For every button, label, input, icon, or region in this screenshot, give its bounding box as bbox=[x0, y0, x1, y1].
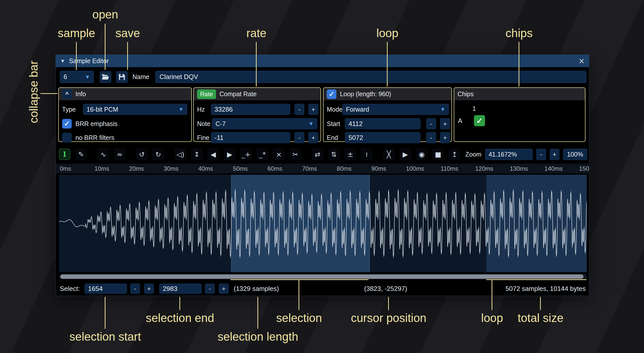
sample-name-input[interactable]: Clarinet DQV bbox=[155, 71, 586, 83]
selection-start-increment-button[interactable]: + bbox=[144, 284, 154, 294]
apply-silence-button[interactable]: _* bbox=[257, 149, 268, 160]
amplify-button[interactable]: ◁) bbox=[175, 149, 186, 160]
note-select[interactable]: C-7 ▼ bbox=[212, 118, 317, 129]
selection-start-decrement-button[interactable]: - bbox=[130, 284, 140, 294]
preview-button[interactable]: ▶ bbox=[400, 149, 411, 160]
delete-button[interactable]: × bbox=[273, 149, 284, 160]
resample-button[interactable]: ∿ bbox=[98, 149, 109, 160]
hz-input[interactable]: 33286 bbox=[211, 104, 290, 115]
crossfade-loop-button[interactable]: ╳ bbox=[383, 149, 394, 160]
ruler-tick: 50ms bbox=[233, 165, 248, 172]
annotation-loop-region: loop bbox=[481, 311, 503, 325]
sample-type-select[interactable]: 16-bit PCM ▼ bbox=[83, 104, 187, 115]
select-mode-button[interactable]: I bbox=[59, 149, 70, 160]
scrollbar-thumb[interactable] bbox=[60, 274, 583, 279]
fine-decrement-button[interactable]: - bbox=[294, 132, 304, 143]
brr-emphasis-checkbox[interactable]: ✓ bbox=[62, 119, 72, 129]
apply-filter-button[interactable]: ≀ bbox=[361, 149, 372, 160]
loop-start-input[interactable]: 4112 bbox=[345, 118, 420, 129]
info-panel-header: ^ Info bbox=[59, 88, 191, 100]
sample-number-select[interactable]: 6 ▼ bbox=[60, 71, 94, 83]
redo-button[interactable]: ↻ bbox=[153, 149, 164, 160]
fade-in-button[interactable]: ◀ bbox=[208, 149, 219, 160]
import-button[interactable]: ↥ bbox=[449, 149, 460, 160]
close-icon[interactable]: × bbox=[579, 56, 584, 66]
annotation-line-selection-length bbox=[257, 297, 258, 329]
chip-enable-checkbox[interactable]: ✓ bbox=[474, 115, 485, 126]
info-panel: ^ Info Type 16-bit PCM ▼ ✓ BRR emphasis … bbox=[58, 87, 192, 142]
annotation-rate: rate bbox=[246, 26, 266, 40]
annotation-selection: selection bbox=[276, 311, 322, 325]
hz-decrement-button[interactable]: - bbox=[294, 104, 304, 115]
zoom-out-button[interactable]: - bbox=[536, 149, 546, 160]
loop-start-increment-button[interactable]: + bbox=[440, 118, 450, 129]
note-label: Note bbox=[197, 120, 210, 128]
window-collapse-icon[interactable]: ▼ bbox=[60, 58, 65, 64]
chips-panel-header: Chips bbox=[454, 88, 585, 100]
titlebar[interactable]: ▼ Sample Editor × bbox=[56, 55, 589, 67]
annotation-line-collapse-bar bbox=[40, 93, 58, 94]
annotation-selection-bracket bbox=[230, 279, 368, 280]
no-brr-filters-checkbox[interactable] bbox=[62, 133, 72, 142]
hz-row: Hz 33286 - + bbox=[194, 104, 320, 115]
selection-end-decrement-button[interactable]: - bbox=[205, 284, 215, 294]
draw-mode-button[interactable]: ✎ bbox=[75, 149, 87, 160]
save-sample-button[interactable] bbox=[116, 71, 128, 83]
loop-mode-select[interactable]: Forward ▼ bbox=[342, 104, 449, 115]
selection-end-increment-button[interactable]: + bbox=[219, 284, 229, 294]
toolbar: I✎∿≈↺↻◁)↕◀▶_+_*×✂⇄⇅±≀╳▶◉■↥ Zoom 41.1672%… bbox=[59, 147, 587, 161]
reverse-button[interactable]: ⇄ bbox=[312, 149, 323, 160]
chevron-down-icon: ▼ bbox=[440, 106, 445, 112]
open-sample-button[interactable] bbox=[100, 71, 111, 83]
loop-end-input[interactable]: 5072 bbox=[345, 132, 420, 143]
type-label: Type bbox=[62, 106, 76, 113]
loop-start-decrement-button[interactable]: - bbox=[426, 118, 436, 129]
toolbar-buttons: I✎∿≈↺↻◁)↕◀▶_+_*×✂⇄⇅±≀╳▶◉■↥ bbox=[59, 149, 465, 160]
chip-column-label: 1 bbox=[472, 103, 476, 114]
trim-button[interactable]: ✂ bbox=[290, 149, 301, 160]
chevron-down-icon: ▼ bbox=[178, 106, 184, 112]
fine-input[interactable]: -11 bbox=[211, 132, 290, 143]
check-icon: ✓ bbox=[329, 90, 335, 98]
selection-length-text: (1329 samples) bbox=[234, 283, 279, 294]
zoom-reset-button[interactable]: 100% bbox=[563, 149, 587, 160]
annotation-line-open bbox=[105, 24, 105, 70]
insert-silence-button[interactable]: _+ bbox=[240, 149, 252, 160]
loop-panel-title: Loop (length: 960) bbox=[340, 90, 391, 98]
create-wavetable-button[interactable]: ≈ bbox=[114, 149, 125, 160]
zoom-in-button[interactable]: + bbox=[550, 149, 559, 160]
exchange-sign-button[interactable]: ± bbox=[345, 149, 356, 160]
preview-cursor-button[interactable]: ◉ bbox=[416, 149, 427, 160]
ruler-tick: 20ms bbox=[129, 165, 144, 172]
invert-button[interactable]: ⇅ bbox=[328, 149, 339, 160]
horizontal-scrollbar[interactable] bbox=[59, 274, 587, 280]
chips-panel: Chips 1 A ✓ bbox=[454, 87, 585, 142]
loop-start-label: Start bbox=[327, 120, 340, 128]
annotation-save: save bbox=[115, 26, 140, 40]
selection-end-input[interactable]: 2983 bbox=[159, 284, 202, 294]
fade-out-button[interactable]: ▶ bbox=[224, 149, 235, 160]
annotation-chips: chips bbox=[505, 26, 532, 40]
loop-start-row: Start 4112 - + bbox=[324, 118, 451, 130]
loop-enable-checkbox[interactable]: ✓ bbox=[327, 89, 336, 99]
waveform-canvas bbox=[59, 175, 587, 272]
annotation-selection-end: selection end bbox=[146, 311, 214, 325]
annotation-line-sample bbox=[76, 42, 77, 70]
hz-increment-button[interactable]: + bbox=[308, 104, 318, 115]
normalize-button[interactable]: ↕ bbox=[191, 149, 202, 160]
waveform-display[interactable] bbox=[59, 175, 587, 272]
ruler-tick: 90ms bbox=[371, 165, 386, 172]
timeline-ruler[interactable]: 0ms10ms20ms30ms40ms50ms60ms70ms80ms90ms1… bbox=[56, 164, 589, 173]
zoom-input[interactable]: 41.1672% bbox=[485, 149, 533, 160]
ruler-tick: 0ms bbox=[60, 165, 71, 172]
collapse-bar-button[interactable]: ^ bbox=[62, 89, 72, 99]
sample-number-value: 6 bbox=[64, 73, 67, 81]
stop-button[interactable]: ■ bbox=[433, 149, 444, 160]
selection-start-input[interactable]: 1654 bbox=[85, 284, 127, 294]
annotation-line-loop-region bbox=[492, 279, 492, 310]
folder-open-icon bbox=[102, 74, 109, 80]
loop-end-decrement-button[interactable]: - bbox=[426, 132, 436, 143]
loop-end-increment-button[interactable]: + bbox=[440, 132, 450, 143]
undo-button[interactable]: ↺ bbox=[136, 149, 147, 160]
fine-increment-button[interactable]: + bbox=[308, 132, 318, 143]
